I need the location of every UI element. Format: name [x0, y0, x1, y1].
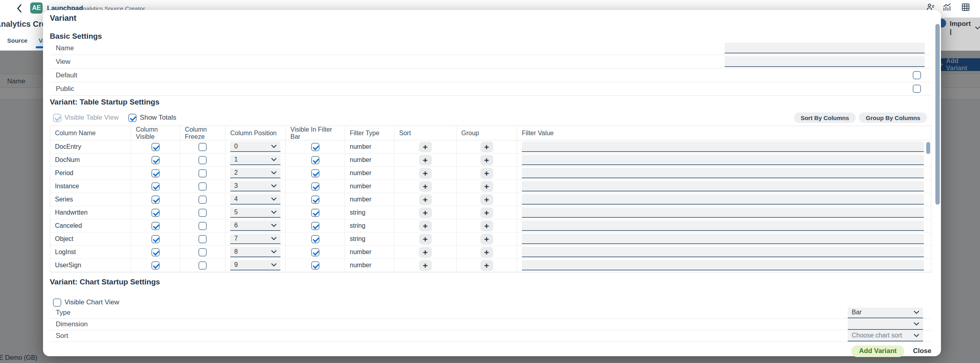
column-visible-checkbox[interactable]: [151, 182, 160, 191]
filter-value-input[interactable]: [522, 221, 924, 231]
sort-by-columns-button[interactable]: Sort By Columns: [794, 112, 856, 123]
column-visible-checkbox[interactable]: [151, 222, 160, 230]
active-tab-underline: [36, 46, 43, 48]
visible-in-filter-bar-checkbox[interactable]: [311, 248, 319, 256]
column-freeze-checkbox[interactable]: [198, 209, 207, 217]
chart-dimension-select[interactable]: [848, 319, 923, 330]
add-group-button[interactable]: +: [480, 155, 493, 166]
filter-value-input[interactable]: [522, 181, 924, 191]
chart-sort-select[interactable]: Choose chart sort: [848, 331, 923, 341]
add-sort-button[interactable]: +: [419, 260, 432, 271]
filter-value-input[interactable]: [522, 207, 924, 218]
chevron-down-icon: [271, 224, 276, 227]
add-sort-button[interactable]: +: [419, 221, 432, 231]
column-freeze-checkbox[interactable]: [198, 182, 207, 191]
back-icon[interactable]: [17, 4, 22, 12]
show-totals-checkbox[interactable]: [128, 114, 137, 122]
column-freeze-checkbox[interactable]: [198, 261, 207, 270]
column-visible-checkbox[interactable]: [151, 209, 160, 217]
group-by-columns-button[interactable]: Group By Columns: [859, 112, 927, 123]
visible-in-filter-bar-checkbox[interactable]: [311, 182, 319, 191]
add-sort-button[interactable]: +: [419, 207, 432, 218]
add-group-button[interactable]: +: [480, 247, 493, 258]
tab-source[interactable]: Source: [7, 37, 27, 44]
column-position-value: 8: [234, 248, 238, 255]
column-name-cell: Handwrtten: [55, 209, 88, 216]
add-group-button[interactable]: +: [480, 207, 493, 218]
column-visible-checkbox[interactable]: [151, 261, 160, 270]
grid-icon[interactable]: [962, 3, 970, 11]
chart-type-select[interactable]: Bar: [848, 308, 923, 318]
filter-value-input[interactable]: [522, 142, 924, 152]
column-freeze-checkbox[interactable]: [198, 195, 207, 204]
column-freeze-checkbox[interactable]: [198, 169, 207, 178]
add-sort-button[interactable]: +: [419, 142, 432, 152]
column-visible-checkbox[interactable]: [151, 235, 160, 243]
visible-in-filter-bar-checkbox[interactable]: [311, 209, 319, 217]
column-freeze-checkbox[interactable]: [198, 156, 207, 164]
visible-in-filter-bar-checkbox[interactable]: [311, 143, 319, 151]
column-freeze-checkbox[interactable]: [198, 222, 207, 230]
add-sort-button[interactable]: +: [419, 194, 432, 205]
column-visible-checkbox[interactable]: [151, 169, 160, 178]
view-input[interactable]: [725, 56, 925, 67]
column-position-select[interactable]: 8: [230, 247, 280, 257]
add-group-button[interactable]: +: [480, 221, 493, 231]
add-sort-button[interactable]: +: [419, 168, 432, 179]
public-checkbox[interactable]: [913, 85, 921, 93]
column-position-select[interactable]: 2: [230, 168, 280, 178]
column-visible-checkbox[interactable]: [151, 248, 160, 256]
column-visible-checkbox[interactable]: [151, 156, 160, 164]
add-group-button[interactable]: +: [480, 181, 493, 192]
visible-in-filter-bar-checkbox[interactable]: [311, 235, 319, 243]
close-button[interactable]: Close: [913, 347, 931, 355]
column-position-select[interactable]: 9: [230, 260, 280, 270]
column-position-select[interactable]: 4: [230, 194, 280, 205]
filter-value-input[interactable]: [522, 168, 924, 178]
name-input[interactable]: [725, 43, 925, 53]
add-sort-button[interactable]: +: [419, 181, 432, 192]
add-group-button[interactable]: +: [480, 260, 493, 271]
filter-value-input[interactable]: [522, 234, 924, 244]
column-position-select[interactable]: 7: [230, 234, 280, 244]
add-sort-button[interactable]: +: [419, 155, 432, 166]
visible-in-filter-bar-checkbox[interactable]: [311, 195, 319, 204]
add-sort-button[interactable]: +: [419, 234, 432, 245]
visible-in-filter-bar-checkbox[interactable]: [311, 156, 319, 164]
column-visible-checkbox[interactable]: [151, 143, 160, 151]
column-freeze-checkbox[interactable]: [198, 143, 207, 151]
column-position-select[interactable]: 1: [230, 155, 280, 165]
visible-chart-view-checkbox[interactable]: [53, 298, 61, 307]
add-variant-button[interactable]: Add Variant: [851, 345, 904, 357]
visible-in-filter-bar-checkbox[interactable]: [311, 261, 319, 270]
add-group-button[interactable]: +: [480, 142, 493, 152]
column-freeze-checkbox[interactable]: [198, 248, 207, 256]
public-row: Public: [50, 82, 931, 96]
chart-icon[interactable]: [943, 3, 951, 11]
app-logo-text: AE: [32, 4, 41, 12]
filter-value-input[interactable]: [522, 194, 924, 205]
add-group-button[interactable]: +: [480, 168, 493, 179]
app-logo[interactable]: AE: [30, 2, 43, 14]
default-checkbox[interactable]: [913, 71, 921, 79]
visible-in-filter-bar-checkbox[interactable]: [311, 222, 319, 230]
filter-value-input[interactable]: [522, 155, 924, 165]
filter-value-input[interactable]: [522, 247, 924, 257]
column-name-cell: Canceled: [55, 222, 82, 229]
column-visible-checkbox[interactable]: [151, 195, 160, 204]
table-scrollbar-thumb[interactable]: [926, 142, 930, 154]
column-position-select[interactable]: 5: [230, 207, 280, 218]
visible-in-filter-bar-checkbox[interactable]: [311, 169, 319, 178]
column-freeze-checkbox[interactable]: [198, 235, 207, 243]
column-position-select[interactable]: 0: [230, 142, 280, 152]
add-group-button[interactable]: +: [480, 194, 493, 205]
column-position-select[interactable]: 6: [230, 221, 280, 231]
add-sort-button[interactable]: +: [419, 247, 432, 258]
add-group-button[interactable]: +: [480, 234, 493, 245]
column-position-select[interactable]: 3: [230, 181, 280, 191]
filter-type-cell: number: [350, 249, 371, 256]
dialog-scrollbar-thumb[interactable]: [935, 24, 940, 205]
tab-variants[interactable]: Variants: [39, 37, 43, 44]
visible-table-view-checkbox[interactable]: [53, 114, 61, 122]
filter-value-input[interactable]: [522, 260, 924, 270]
